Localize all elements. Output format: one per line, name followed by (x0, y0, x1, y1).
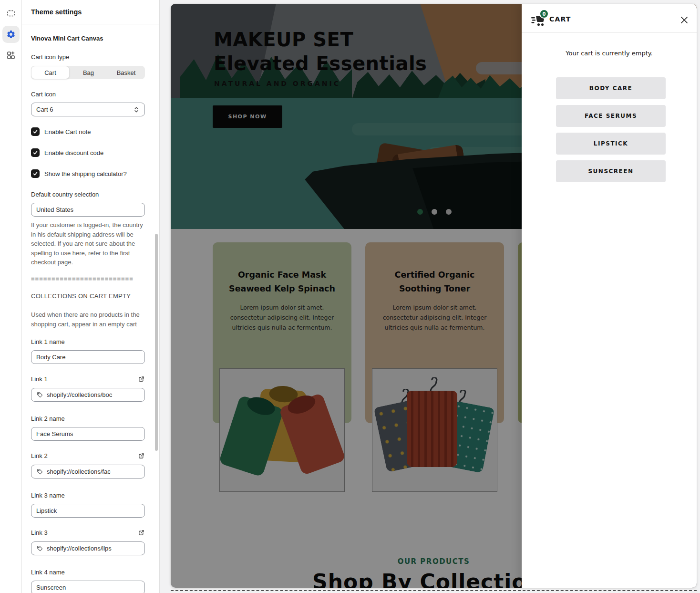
tag-icon (36, 391, 43, 398)
external-link-icon[interactable] (137, 529, 145, 537)
link3-name-value: Lipstick (36, 507, 57, 514)
link3-url-value: shopify://collections/lips (47, 545, 112, 552)
shipping-calculator-checkbox[interactable] (31, 169, 40, 178)
checkmark-icon (32, 129, 38, 135)
divider-text: ========================= (31, 275, 144, 282)
segment-basket[interactable]: Basket (107, 66, 145, 79)
external-link-icon[interactable] (137, 452, 145, 460)
link2-label: Link 2 (31, 452, 48, 459)
panel-header: Theme settings (22, 0, 159, 24)
collection-button-lipstick[interactable]: LIPSTICK (556, 133, 666, 155)
panel-scrollbar[interactable] (155, 234, 158, 451)
checkmark-icon (32, 150, 38, 156)
activity-bar (0, 0, 22, 593)
country-input[interactable]: United States (31, 203, 145, 217)
select-chevrons-icon (133, 106, 140, 114)
cart-icon-select[interactable]: Cart 6 (31, 103, 145, 116)
collection-button-sunscreen[interactable]: SUNSCREEN (556, 160, 666, 182)
theme-settings-nav-button[interactable] (2, 26, 20, 43)
apps-icon (6, 51, 16, 60)
cart-count-badge: 0 (539, 9, 549, 19)
section-boundary-dashed-line (171, 590, 697, 591)
enable-discount-code-row: Enable discount code (31, 148, 144, 157)
panel-title: Theme settings (31, 8, 82, 16)
link3-url-input[interactable]: shopify://collections/lips (31, 541, 145, 555)
tag-icon (36, 468, 43, 475)
link2-name-value: Face Serums (36, 430, 73, 437)
collection-button-face-serums[interactable]: FACE SERUMS (556, 105, 666, 127)
cart-close-button[interactable] (679, 15, 690, 25)
link1-name-value: Body Care (36, 354, 65, 361)
link1-name-label: Link 1 name (31, 338, 144, 345)
link1-url-input[interactable]: shopify://collections/boc (31, 388, 145, 402)
enable-cart-note-label: Enable Cart note (44, 128, 91, 135)
enable-cart-note-row: Enable Cart note (31, 127, 144, 136)
link2-url-input[interactable]: shopify://collections/fac (31, 465, 145, 479)
shipping-calculator-label: Show the shipping calculator? (44, 170, 127, 177)
cart-empty-message: Your cart is currently empty. (522, 50, 697, 57)
cart-icon-type-segmented-control: Cart Bag Basket (31, 66, 145, 79)
link4-name-input[interactable]: Sunscreen (31, 581, 145, 593)
tag-icon (36, 545, 43, 552)
gear-icon (6, 30, 16, 39)
app-embeds-nav-button[interactable] (2, 47, 20, 64)
link2-url-value: shopify://collections/fac (47, 468, 111, 475)
country-value: United States (36, 206, 73, 213)
link3-label: Link 3 (31, 529, 48, 536)
enable-cart-note-checkbox[interactable] (31, 127, 40, 136)
shipping-calculator-row: Show the shipping calculator? (31, 169, 144, 178)
cart-drawer: 0 CART Your cart is currently empty. BOD… (522, 4, 697, 588)
segment-cart[interactable]: Cart (31, 66, 70, 79)
cart-icon-wrap: 0 (531, 11, 547, 27)
link4-name-value: Sunscreen (36, 584, 66, 591)
link2-name-input[interactable]: Face Serums (31, 427, 145, 441)
link1-label: Link 1 (31, 375, 48, 383)
enable-discount-code-label: Enable discount code (44, 149, 103, 156)
collections-empty-help: Used when there are no products in the s… (31, 310, 146, 329)
collection-button-body-care[interactable]: BODY CARE (556, 77, 666, 99)
link3-name-label: Link 3 name (31, 492, 144, 499)
sections-nav-button[interactable] (2, 5, 20, 22)
preview-canvas: MAKEUP SET Elevated Essentials NATURAL A… (171, 4, 697, 588)
link2-name-label: Link 2 name (31, 415, 144, 422)
theme-settings-panel: Theme settings Vinova Mini Cart Canvas C… (22, 0, 160, 593)
enable-discount-code-checkbox[interactable] (31, 148, 40, 157)
cart-icon-label: Cart icon (31, 91, 144, 98)
close-icon (679, 15, 689, 25)
country-help-text: If your customer is logged-in, the count… (31, 220, 146, 267)
segment-bag[interactable]: Bag (70, 66, 107, 79)
checkmark-icon (32, 171, 38, 177)
cart-drawer-title: CART (549, 15, 571, 23)
collections-empty-heading: COLLECTIONS ON CART EMPTY (31, 292, 144, 300)
cart-icon-type-label: Cart icon type (31, 53, 144, 61)
external-link-icon[interactable] (137, 375, 145, 383)
link4-name-label: Link 4 name (31, 569, 144, 576)
link3-name-input[interactable]: Lipstick (31, 504, 145, 518)
cart-drawer-header: 0 CART (522, 4, 697, 33)
cart-icon-select-value: Cart 6 (36, 106, 53, 113)
sections-icon (6, 9, 16, 18)
link1-name-input[interactable]: Body Care (31, 350, 145, 364)
link1-url-value: shopify://collections/boc (47, 391, 112, 398)
country-label: Default country selection (31, 191, 144, 198)
app-embed-title: Vinova Mini Cart Canvas (31, 35, 144, 42)
